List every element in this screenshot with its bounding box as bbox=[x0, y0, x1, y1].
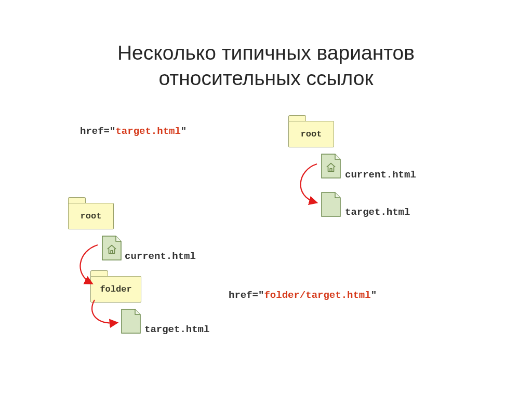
href2-suffix: " bbox=[371, 290, 377, 301]
href2-prefix: href=" bbox=[229, 290, 264, 301]
file-current-left-label: current.html bbox=[125, 251, 196, 262]
file-target-right-label: target.html bbox=[345, 207, 410, 218]
title-line-2: относительных ссылок bbox=[159, 67, 374, 89]
folder-root-left: root bbox=[68, 197, 114, 229]
href2-value: folder/target.html bbox=[264, 290, 370, 301]
file-target-left-label: target.html bbox=[144, 324, 209, 335]
href-example-1: href="target.html" bbox=[80, 126, 187, 137]
slide-title: Несколько типичных вариантов относительн… bbox=[0, 40, 532, 91]
href1-prefix: href=" bbox=[80, 126, 115, 137]
title-line-1: Несколько типичных вариантов bbox=[117, 42, 415, 64]
arrow-left-diagram-1 bbox=[71, 242, 107, 294]
folder-root-left-label: root bbox=[81, 211, 102, 221]
href-example-2: href="folder/target.html" bbox=[229, 290, 377, 301]
arrow-left-diagram-2 bbox=[85, 297, 127, 338]
file-current-right-label: current.html bbox=[345, 169, 416, 181]
folder-root-right: root bbox=[288, 115, 334, 147]
home-icon bbox=[106, 243, 117, 255]
folder-root-right-label: root bbox=[301, 129, 322, 139]
href1-suffix: " bbox=[181, 126, 187, 137]
arrow-right-diagram bbox=[291, 160, 327, 212]
href1-value: target.html bbox=[115, 126, 180, 137]
